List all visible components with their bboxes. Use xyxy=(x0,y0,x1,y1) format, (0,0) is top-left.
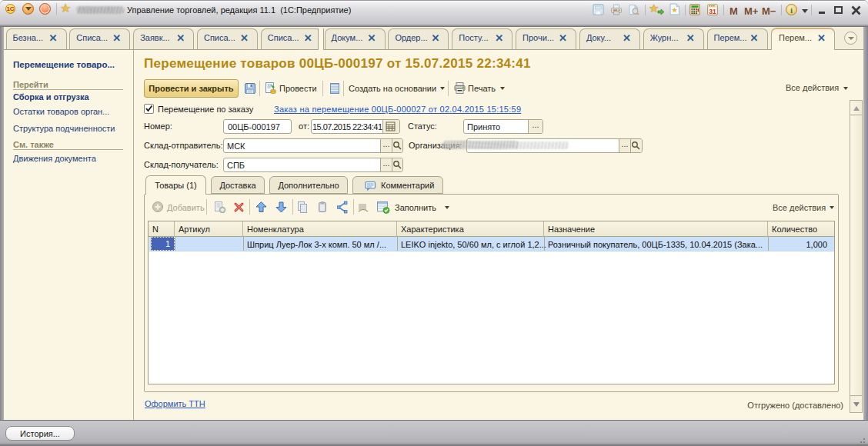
svg-text:31: 31 xyxy=(709,8,716,15)
svg-text:★: ★ xyxy=(671,6,677,14)
